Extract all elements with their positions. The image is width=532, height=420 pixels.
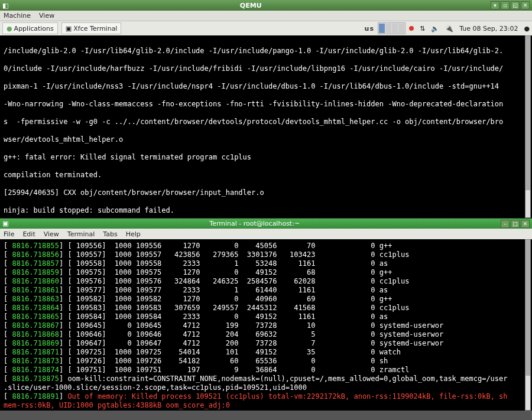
workspace-2[interactable] (385, 24, 391, 33)
lower-terminal-scrollbar[interactable] (525, 239, 531, 411)
menu-help[interactable]: Help (126, 230, 141, 238)
process-row: [ 8816.718868] [ 109646] 0 109646 4712 2… (4, 330, 528, 339)
process-row: [ 8816.718855] [ 109556] 1000 109556 127… (4, 242, 528, 250)
lower-maximize-button[interactable]: □ (511, 220, 520, 228)
workspace-pager[interactable] (378, 22, 406, 34)
process-row: [ 8816.718871] [ 109725] 1000 109725 540… (4, 348, 528, 357)
menu-edit[interactable]: Edit (22, 230, 35, 238)
term-line: [25994/40635] CXX obj/content/browser/br… (4, 188, 528, 197)
process-row: [ 8816.718865] [ 109584] 1000 109584 233… (4, 312, 528, 321)
process-row: [ 8816.718869] [ 109647] 0 109647 4712 2… (4, 339, 528, 348)
process-row: [ 8816.718857] [ 109558] 1000 109558 233… (4, 259, 528, 268)
menu-terminal[interactable]: Terminal (67, 230, 95, 238)
term-line: pixman-1 -I/usr/include/nss3 -I/usr/incl… (4, 82, 528, 91)
menu-file[interactable]: File (4, 230, 14, 238)
terminal-icon: ▣ (66, 25, 72, 32)
term-line: compilation terminated. (4, 171, 528, 180)
qemu-menubar: Machine View (0, 11, 532, 21)
upper-terminal[interactable]: /include/glib-2.0 -I/usr/lib64/glib-2.0/… (0, 35, 532, 219)
apps-icon: ● (7, 25, 12, 32)
qemu-title: QEMU (11, 2, 491, 9)
lower-terminal-window: ▣ Terminal - root@localhost:~ – □ ✕ File… (0, 219, 532, 411)
term-line: 0/include -I/usr/include/harfbuzz -I/usr… (4, 64, 528, 73)
process-row: [ 8816.718860] [ 109576] 1000 109576 324… (4, 277, 528, 286)
term-line: ninja: build stopped: subcommand failed. (4, 206, 528, 215)
menu-view2[interactable]: View (44, 230, 59, 238)
close-button[interactable]: ✕ (521, 1, 530, 9)
out-of-memory-line-cont: mem-rss:0kB, UID:1000 pgtables:4388kB oo… (4, 401, 528, 410)
workspace-1[interactable] (379, 24, 385, 33)
notification-icon[interactable] (409, 26, 414, 31)
network-icon[interactable]: ⇅ (420, 25, 425, 32)
apps-label: Applications (14, 25, 54, 32)
lower-menubar: File Edit View Terminal Tabs Help (0, 229, 532, 239)
lower-titlebar: ▣ Terminal - root@localhost:~ – □ ✕ (0, 219, 532, 229)
oom-kill-line: [ 8816.718875] oom-kill:constraint=CONST… (4, 375, 528, 383)
maximize-button[interactable]: ▫ (501, 1, 510, 9)
scrollbar-thumb[interactable] (525, 376, 530, 410)
process-row: [ 8816.718856] [ 109557] 1000 109557 423… (4, 250, 528, 259)
guest-taskbar: ● Applications ▣ Xfce Terminal us ⇅ 🔈 🔌 … (0, 21, 532, 35)
taskbar-window-xfce-terminal[interactable]: ▣ Xfce Terminal (61, 22, 122, 34)
user-menu-icon[interactable]: ● (524, 25, 530, 32)
process-row: [ 8816.718873] [ 109726] 1000 109726 541… (4, 357, 528, 366)
app-icon: ◧ (2, 2, 8, 9)
menu-view[interactable]: View (39, 12, 54, 19)
upper-terminal-scrollbar[interactable] (525, 35, 531, 218)
menu-tabs[interactable]: Tabs (103, 230, 117, 238)
restore-button[interactable]: ◱ (511, 1, 520, 9)
out-of-memory-line: [ 8816.718891] Out of memory: Killed pro… (4, 392, 528, 401)
lower-close-button[interactable]: ✕ (521, 220, 530, 228)
volume-icon[interactable]: 🔈 (431, 25, 439, 32)
term-line: g++: fatal error: Killed signal terminat… (4, 153, 528, 162)
power-icon[interactable]: 🔌 (445, 25, 453, 32)
process-row: [ 8816.718867] [ 109645] 0 109645 4712 1… (4, 321, 528, 330)
lower-terminal[interactable]: [ 8816.718855] [ 109556] 1000 109556 127… (0, 239, 532, 411)
scrollbar-thumb[interactable] (525, 190, 530, 217)
keyboard-layout-indicator[interactable]: us (365, 25, 374, 32)
process-row: [ 8816.718861] [ 109577] 1000 109577 233… (4, 286, 528, 295)
clock[interactable]: Tue 08 Sep, 23:02 (459, 25, 518, 32)
process-row: [ 8816.718874] [ 109751] 1000 109751 197… (4, 366, 528, 375)
lower-title: Terminal - root@localhost:~ (8, 220, 501, 227)
oom-reaper-line: [ 8817.234626] oom_reaper: reaped proces… (4, 410, 528, 411)
process-row: [ 8816.718864] [ 109583] 1000 109583 307… (4, 304, 528, 312)
term-line: wser/devtools_mhtml_helper.o (4, 135, 528, 144)
applications-menu-button[interactable]: ● Applications (2, 22, 58, 34)
oom-kill-line-cont: .slice/user-1000.slice/session-2.scope,t… (4, 383, 528, 392)
minimize-button[interactable]: ▾ (491, 1, 499, 9)
terminal-app-icon: ▣ (2, 220, 8, 227)
menu-machine[interactable]: Machine (4, 12, 31, 19)
lower-minimize-button[interactable]: – (501, 220, 510, 228)
workspace-3[interactable] (392, 24, 398, 33)
process-row: [ 8816.718859] [ 109575] 1000 109575 127… (4, 268, 528, 277)
term-line: /include/glib-2.0 -I/usr/lib64/glib-2.0/… (4, 47, 528, 56)
qemu-titlebar: ◧ QEMU ▾ ▫ ◱ ✕ (0, 0, 532, 11)
term-line: s -fpermissive -w -g0 -c ../../content/b… (4, 118, 528, 126)
term-line: -Wno-narrowing -Wno-class-memaccess -fno… (4, 100, 528, 109)
workspace-4[interactable] (398, 24, 404, 33)
process-row: [ 8816.718863] [ 109582] 1000 109582 127… (4, 295, 528, 304)
task-label: Xfce Terminal (73, 25, 117, 32)
